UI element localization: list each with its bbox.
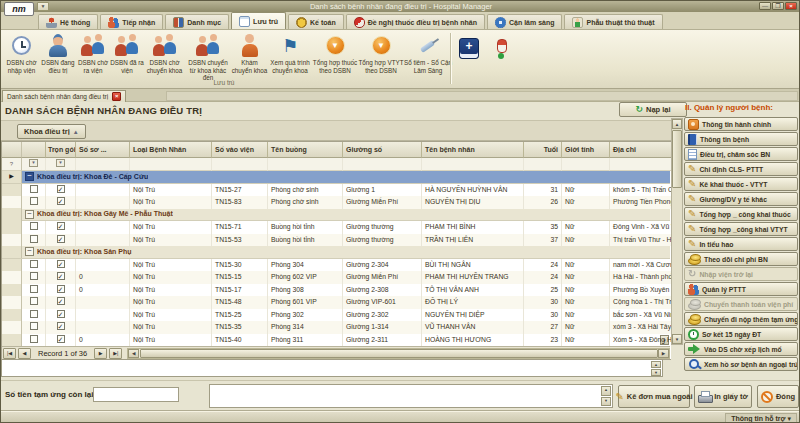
last-record-button[interactable]: ▶| — [109, 348, 122, 359]
scroll-down-icon[interactable]: ▼ — [672, 334, 682, 344]
close-button[interactable]: × — [785, 2, 797, 10]
summary-input-spinner[interactable]: ▲▼ — [651, 361, 661, 375]
sidebar-item-tong-hop-cong-khai-thuoc[interactable]: ✎Tổng hợp _ công khai thuốc — [684, 207, 798, 221]
patient-row-TN15-27[interactable]: ✓Nội TrúTN15-27Phòng chờ sinhGiường 1HÀ … — [2, 184, 670, 197]
checkbox-tron-goi[interactable]: ✓ — [57, 272, 65, 280]
sidebar-item-dieu-tri-cham-soc-bn[interactable]: Điều trị, chăm sóc BN — [684, 147, 798, 161]
toolbar-dsbn-cho-ra-vien[interactable]: DSBN chờ ra viện — [76, 31, 110, 79]
document-tab[interactable]: Danh sách bệnh nhân đang điều trị × — [2, 90, 126, 102]
collapse-icon[interactable]: − — [25, 247, 34, 256]
reload-button[interactable]: ↻ Nạp lại — [619, 102, 687, 117]
next-record-button[interactable]: ▶ — [94, 348, 107, 359]
checkbox-tron-goi[interactable]: ✓ — [57, 310, 65, 318]
col-header-tuoi[interactable]: Tuổi — [524, 142, 562, 158]
balance-input[interactable] — [93, 387, 179, 402]
vertical-scrollbar[interactable]: ▲ ▼ — [671, 118, 683, 345]
patient-row-TN15-40[interactable]: ✓0Nội TrúTN15-40Phòng 311Giường 2-311HOÀ… — [2, 334, 670, 347]
select-checkbox[interactable] — [30, 197, 38, 205]
scroll-left-icon[interactable]: ◀ — [128, 349, 139, 358]
sidebar-item-chuyen-di-nop-them-tam-ung[interactable]: Chuyển đi nộp thêm tạm ứng — [684, 312, 798, 326]
tab-luu-tru[interactable]: Lưu trú — [231, 12, 286, 29]
select-checkbox[interactable] — [30, 222, 38, 230]
filter-cell-dia-chi[interactable] — [610, 158, 672, 171]
sidebar-item-ke-khai-thuoc-vtyt[interactable]: ✎Kê khai thuốc - VTYT — [684, 177, 798, 191]
checkbox-tron-goi[interactable]: ✓ — [57, 297, 65, 305]
select-checkbox[interactable] — [30, 235, 38, 243]
patient-row-TN15-17[interactable]: ✓0Nội TrúTN15-17Phòng 308Giường 2-308TÔ … — [2, 284, 670, 297]
select-checkbox[interactable] — [30, 260, 38, 268]
col-header-giuong-so[interactable]: Giường số — [343, 142, 422, 158]
summary-input[interactable]: ▲▼ — [1, 359, 663, 377]
toolbar-dsbn-da-ra-vien[interactable]: DSBN đã ra viện — [110, 31, 144, 79]
checkbox-tron-goi[interactable]: ✓ — [57, 260, 65, 268]
checkbox-tron-goi[interactable]: ✓ — [57, 322, 65, 330]
filter-cell-giuong-so[interactable] — [343, 158, 422, 171]
col-header-ten-benh-nhan[interactable]: Tên bệnh nhân — [422, 142, 524, 158]
tab-de-nghi-thuoc-dieu-tri-benh-nhan[interactable]: Đề nghị thuốc điều trị bệnh nhân — [346, 14, 485, 29]
horizontal-scroll-thumb[interactable] — [140, 349, 658, 358]
tool-medicine-icon[interactable] — [488, 34, 514, 62]
dong-button[interactable]: Đóng — [757, 385, 799, 408]
sidebar-item-so-ket-15-ngay-dt[interactable]: Sơ kết 15 ngày ĐT — [684, 327, 798, 341]
ke-don-mua-ngoai-button[interactable]: ✎Kê đơn mua ngoài — [618, 385, 690, 408]
patient-row-TN15-71[interactable]: ✓Nội TrúTN15-71Buồng hồi tỉnhGiường thườ… — [2, 221, 670, 234]
filter-cell-ten-buong[interactable] — [268, 158, 343, 171]
select-checkbox[interactable] — [30, 297, 38, 305]
toolbar-xem-qua-trinh-chuyen-khoa[interactable]: ⚑Xem quá trình chuyển khoa — [268, 31, 312, 79]
tab-phau-thuat-thu-thuat[interactable]: Phẫu thuật thủ thuật — [564, 14, 662, 29]
patient-row-TN15-83[interactable]: ✓Nội TrúTN15-83Phòng chờ sinhGiường Miễn… — [2, 196, 670, 209]
sidebar-item-in-tieu-hao[interactable]: ✎In tiểu hao — [684, 237, 798, 251]
tool-medical-book-icon[interactable]: + — [456, 34, 482, 62]
notes-input-spinner[interactable]: ▲▼ — [601, 386, 611, 406]
checkbox-tron-goi[interactable]: ✓ — [57, 197, 65, 205]
checkbox-tron-goi[interactable]: ✓ — [57, 185, 65, 193]
filter-cell-tuoi[interactable] — [524, 158, 562, 171]
patient-row-TN15-25[interactable]: ✓Nội TrúTN15-25Phòng 302Giường 2-302NGUY… — [2, 309, 670, 322]
select-checkbox[interactable] — [30, 272, 38, 280]
col-header-gioi-tinh[interactable]: Giới tính — [562, 142, 610, 158]
notes-input[interactable]: ▲▼ — [209, 384, 613, 408]
checkbox-tron-goi[interactable]: ✓ — [57, 285, 65, 293]
checkbox-tron-goi[interactable]: ✓ — [57, 222, 65, 230]
col-header-indicator[interactable] — [2, 142, 22, 158]
select-checkbox[interactable] — [30, 335, 38, 343]
sidebar-item-xem-ho-so-benh-an-ngoai-tru[interactable]: Xem hồ sơ bệnh án ngoại trú — [684, 357, 798, 371]
first-record-button[interactable]: |◀ — [3, 348, 16, 359]
group-row-khoa-dieu-tri-khoa-san-phu[interactable]: −Khoa điều trị: Khoa Sản Phụ — [2, 246, 670, 259]
sidebar-item-tong-hop-cong-khai-vtyt[interactable]: ✎Tổng hợp _công khai VTYT — [684, 222, 798, 236]
tab-danh-muc[interactable]: Danh mục — [165, 14, 229, 29]
col-header-tron-goi[interactable]: Trọn gói — [46, 142, 76, 158]
patient-row-TN15-15[interactable]: ✓0Nội TrúTN15-15Phòng 602 VIPGiường Miễn… — [2, 271, 670, 284]
collapse-icon[interactable]: − — [25, 210, 34, 219]
col-header-loai-benh-nhan[interactable]: Loại Bệnh Nhân — [130, 142, 212, 158]
select-checkbox[interactable] — [30, 310, 38, 318]
tab-ke-toan[interactable]: Kế toán — [288, 14, 344, 29]
col-header-select[interactable] — [22, 142, 46, 158]
sidebar-item-chi-dinh-cls-pttt[interactable]: ✎Chỉ định CLS- PTTT — [684, 162, 798, 176]
group-by-chip[interactable]: Khoa điều trị▲ — [17, 124, 86, 139]
toolbar-tong-hop-thuoc-theo-dsbn[interactable]: ▼Tổng hợp thuốc theo DSBN — [312, 31, 358, 79]
select-checkbox[interactable] — [30, 322, 38, 330]
scroll-right-icon[interactable]: ▶ — [658, 349, 669, 358]
group-row-khoa-dieu-tri-khoa-de-cap-cuu[interactable]: ▶−Khoa điều trị: Khoa Đẻ - Cấp Cứu — [2, 171, 670, 184]
app-menu-dropdown[interactable]: ▼ — [37, 2, 49, 11]
filter-cell-tron-goi[interactable]: ▼ — [46, 158, 76, 171]
toolbar-tong-hop-vtyt-theo-dsbn[interactable]: ▼Tổng hợp VTYT theo DSBN — [358, 31, 404, 79]
tab-he-thong[interactable]: Hệ thống — [38, 14, 98, 29]
filter-cell-so-so[interactable] — [76, 158, 130, 171]
scroll-up-icon[interactable]: ▲ — [672, 119, 682, 129]
toolbar-dsbn-cho-chuyen-khoa[interactable]: DSBN chờ chuyển khoa — [144, 31, 185, 79]
filter-icon[interactable]: ▼ — [56, 159, 65, 167]
sidebar-item-quan-ly-pttt[interactable]: Quản lý PTTT — [684, 282, 798, 296]
filter-cell-ten-benh-nhan[interactable] — [422, 158, 524, 171]
col-header-dia-chi[interactable]: Địa chỉ — [610, 142, 672, 158]
toolbar-dsbn-chuyen-tu-khoa-khac-den[interactable]: DSBN chuyển từ khoa khác đến — [185, 31, 231, 79]
prev-record-button[interactable]: ◀ — [18, 348, 31, 359]
chevron-down-icon[interactable]: ▼ — [660, 335, 669, 345]
tab-tiep-nhan[interactable]: Tiếp nhận — [100, 14, 163, 29]
toolbar-kham-chuyen-khoa[interactable]: Khám chuyển khoa — [231, 31, 268, 79]
filter-icon[interactable]: ▼ — [29, 159, 38, 167]
toolbar-dsbn-dang-dieu-tri[interactable]: DSBN đang điều trị — [40, 31, 76, 79]
support-info-button[interactable]: Thông tin hỗ trợ ▾ — [725, 413, 797, 423]
patient-row-TN15-35[interactable]: ✓Nội TrúTN15-35Phòng 314Giường 1-314VŨ T… — [2, 321, 670, 334]
